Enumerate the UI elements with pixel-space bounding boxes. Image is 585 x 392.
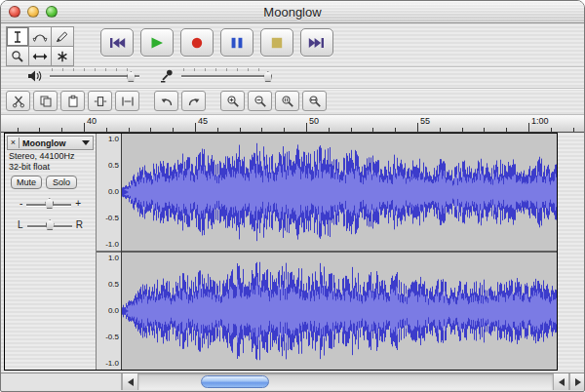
window-controls bbox=[9, 6, 58, 18]
track-name-dropdown[interactable]: Moonglow bbox=[20, 138, 93, 148]
undo-button[interactable] bbox=[154, 91, 178, 111]
timeline-ruler[interactable]: 404550551:00 bbox=[1, 114, 585, 133]
scroll-right-button[interactable] bbox=[569, 373, 585, 390]
timeline-tick bbox=[39, 128, 40, 132]
timeline-tick bbox=[372, 128, 373, 132]
vertical-scale-label: -0.5 bbox=[105, 333, 119, 341]
multi-tool-button[interactable] bbox=[51, 46, 74, 66]
clipboard-icon bbox=[66, 95, 80, 108]
pan-row: L R bbox=[5, 217, 96, 232]
paste-button[interactable] bbox=[60, 91, 85, 111]
vertical-scale-label: -0.5 bbox=[105, 214, 119, 222]
zoom-out-icon bbox=[254, 95, 267, 108]
trim-button[interactable] bbox=[88, 91, 112, 111]
pause-button[interactable] bbox=[220, 28, 254, 57]
clip-start-marker-icon bbox=[122, 188, 129, 196]
play-button[interactable] bbox=[140, 28, 174, 57]
zoom-window-button[interactable] bbox=[46, 6, 58, 18]
gain-slider[interactable] bbox=[26, 196, 71, 211]
vertical-scale-label: -1.0 bbox=[105, 240, 119, 249]
stop-button[interactable] bbox=[260, 28, 293, 57]
cut-button[interactable] bbox=[6, 91, 30, 111]
undo-arrow-icon bbox=[160, 95, 174, 108]
redo-button[interactable] bbox=[181, 91, 206, 111]
silence-button[interactable] bbox=[115, 91, 139, 111]
vertical-scale-label: 0.0 bbox=[108, 306, 119, 315]
waveform-right-channel[interactable] bbox=[122, 253, 557, 370]
redo-arrow-icon bbox=[187, 95, 201, 108]
fit-selection-icon bbox=[281, 95, 294, 108]
skip-to-start-button[interactable] bbox=[100, 28, 134, 57]
scrollbar-track[interactable] bbox=[138, 373, 553, 390]
horizontal-scrollbar bbox=[1, 372, 585, 390]
timeline-label: 50 bbox=[309, 116, 319, 126]
track-name: Moonglow bbox=[22, 138, 66, 148]
titlebar[interactable]: Moonglow bbox=[1, 1, 584, 23]
timeline-tick bbox=[129, 128, 130, 132]
pan-slider[interactable] bbox=[27, 217, 72, 232]
minimize-window-button[interactable] bbox=[27, 6, 39, 18]
vertical-scale-label: 0.0 bbox=[108, 187, 119, 196]
right-arrow-icon bbox=[575, 378, 581, 386]
fit-project-button[interactable] bbox=[302, 91, 327, 111]
solo-button[interactable]: Solo bbox=[46, 176, 77, 189]
timeline-tick bbox=[484, 128, 485, 132]
copy-icon bbox=[39, 95, 53, 108]
input-volume-thumb[interactable] bbox=[263, 71, 272, 82]
copy-button[interactable] bbox=[33, 91, 58, 111]
dropdown-arrow-icon bbox=[82, 140, 90, 145]
timeline-tick bbox=[440, 128, 441, 132]
envelope-tool-button[interactable] bbox=[28, 26, 52, 47]
vertical-scale-label: 1.0 bbox=[108, 254, 119, 262]
zoom-out-button[interactable] bbox=[248, 91, 272, 111]
timeline-tick bbox=[551, 128, 552, 132]
input-volume-slider[interactable] bbox=[181, 67, 271, 84]
mute-button[interactable]: Mute bbox=[11, 176, 42, 189]
scrollbar-thumb[interactable] bbox=[201, 375, 269, 388]
timeline-tick bbox=[106, 128, 107, 132]
zoom-tool-button[interactable] bbox=[6, 46, 29, 66]
magnifier-icon bbox=[10, 50, 25, 63]
skip-to-end-button[interactable] bbox=[300, 28, 333, 57]
timeline-tick bbox=[395, 128, 396, 132]
slider-ticks bbox=[183, 68, 269, 71]
tools-toolbar bbox=[6, 26, 73, 65]
scissors-icon bbox=[12, 95, 25, 108]
record-button[interactable] bbox=[180, 28, 214, 57]
timeline-tick bbox=[261, 128, 262, 132]
double-arrow-icon bbox=[32, 50, 48, 63]
timeline-tick bbox=[417, 123, 418, 132]
close-window-button[interactable] bbox=[9, 6, 20, 18]
mute-solo-row: Mute Solo bbox=[11, 176, 96, 189]
close-track-button[interactable]: × bbox=[8, 137, 20, 148]
zoom-in-button[interactable] bbox=[220, 91, 245, 111]
output-volume-slider[interactable] bbox=[50, 67, 139, 84]
waveform-left-channel[interactable] bbox=[122, 134, 557, 251]
scale-right-channel: 1.00.50.0-0.5-1.0 bbox=[97, 253, 121, 370]
scroll-left-button-end[interactable] bbox=[553, 373, 569, 390]
edit-toolbar bbox=[6, 91, 330, 111]
waveform-area[interactable] bbox=[122, 134, 557, 370]
fit-project-icon bbox=[308, 95, 322, 108]
mixer-toolbar bbox=[26, 67, 271, 84]
timeline-tick bbox=[61, 128, 62, 132]
record-icon bbox=[187, 35, 207, 51]
fit-selection-button[interactable] bbox=[275, 91, 299, 111]
gain-thumb[interactable] bbox=[45, 198, 54, 209]
time-shift-tool-button[interactable] bbox=[28, 46, 52, 66]
audio-track: × Moonglow Stereo, 44100Hz 32-bit float … bbox=[4, 133, 558, 371]
timeline-label: 1:00 bbox=[531, 116, 549, 126]
gain-row: - + bbox=[5, 196, 96, 211]
stop-icon bbox=[267, 35, 287, 51]
ibeam-icon bbox=[10, 30, 25, 44]
selection-tool-button[interactable] bbox=[6, 26, 29, 47]
draw-tool-button[interactable] bbox=[51, 26, 74, 47]
track-control-panel: × Moonglow Stereo, 44100Hz 32-bit float … bbox=[5, 134, 97, 370]
scroll-left-button[interactable] bbox=[122, 373, 138, 390]
gain-min-label: - bbox=[20, 198, 22, 209]
output-volume-thumb[interactable] bbox=[127, 71, 136, 82]
slider-groove bbox=[181, 75, 271, 78]
track-header: × Moonglow bbox=[7, 136, 94, 150]
timeline-tick bbox=[506, 128, 507, 132]
pan-thumb[interactable] bbox=[46, 219, 55, 230]
